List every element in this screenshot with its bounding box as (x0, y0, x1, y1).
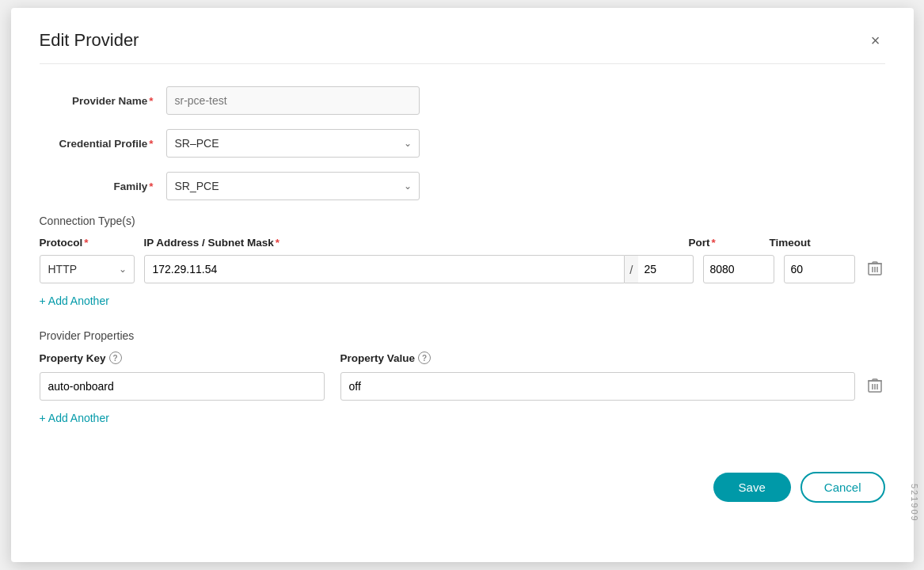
provider-name-input[interactable] (166, 86, 420, 115)
save-button[interactable]: Save (713, 473, 791, 502)
trash-icon (868, 260, 882, 276)
property-key-input[interactable] (40, 372, 325, 401)
trash-icon (868, 378, 882, 393)
ip-column-label: IP Address / Subnet Mask* (144, 237, 679, 249)
property-value-help-icon: ? (418, 352, 431, 364)
modal-header: Edit Provider × (40, 30, 885, 64)
subnet-input[interactable] (638, 255, 694, 283)
timeout-column-label: Timeout (770, 237, 841, 249)
credential-profile-select-wrapper: SR–PCE Default Admin ⌄ (166, 129, 420, 158)
credential-profile-select[interactable]: SR–PCE Default Admin (166, 129, 420, 158)
provider-name-row: Provider Name* (40, 86, 885, 115)
modal-title: Edit Provider (40, 30, 139, 51)
delete-property-button[interactable] (865, 374, 885, 399)
protocol-column-label: Protocol* (40, 237, 135, 249)
timeout-input[interactable] (784, 255, 855, 283)
add-another-property-button[interactable]: + Add Another (40, 412, 109, 424)
credential-profile-row: Credential Profile* SR–PCE Default Admin… (40, 129, 885, 158)
property-key-column-label: Property Key ? (40, 352, 325, 364)
property-value-input[interactable] (340, 372, 855, 401)
family-row: Family* SR_PCE IOS-XR NX-OS ⌄ (40, 172, 885, 200)
provider-name-label: Provider Name* (40, 95, 166, 107)
edit-provider-modal: Edit Provider × Provider Name* Credentia… (11, 8, 914, 562)
port-column-label: Port* (689, 237, 760, 249)
family-select[interactable]: SR_PCE IOS-XR NX-OS (166, 172, 420, 200)
protocol-select-wrapper: HTTP HTTPS NETCONF ⌄ (40, 255, 135, 283)
delete-connection-button[interactable] (865, 257, 885, 282)
family-label: Family* (40, 180, 166, 192)
connection-section-title: Connection Type(s) (40, 215, 885, 227)
property-value-column-label: Property Value ? (340, 352, 838, 364)
credential-profile-label: Credential Profile* (40, 138, 166, 150)
connection-row: HTTP HTTPS NETCONF ⌄ / (40, 255, 885, 283)
connection-header: Protocol* IP Address / Subnet Mask* Port… (40, 237, 885, 249)
property-row (40, 372, 885, 401)
watermark: 521909 (910, 484, 919, 522)
close-button[interactable]: × (866, 31, 885, 50)
modal-footer: Save Cancel (40, 472, 885, 503)
ip-address-input[interactable] (144, 255, 626, 283)
ip-group: / (144, 255, 694, 283)
cancel-button[interactable]: Cancel (800, 472, 885, 503)
add-another-connection-button[interactable]: + Add Another (40, 294, 109, 307)
protocol-select[interactable]: HTTP HTTPS NETCONF (40, 255, 135, 283)
properties-section-title: Provider Properties (40, 329, 885, 342)
slash-divider: / (625, 255, 637, 283)
port-input[interactable] (703, 255, 774, 283)
properties-section: Provider Properties Property Key ? Prope… (40, 329, 885, 440)
family-select-wrapper: SR_PCE IOS-XR NX-OS ⌄ (166, 172, 420, 200)
property-key-help-icon: ? (109, 352, 122, 364)
connection-section: Connection Type(s) Protocol* IP Address … (40, 215, 885, 323)
properties-header: Property Key ? Property Value ? (40, 352, 885, 364)
